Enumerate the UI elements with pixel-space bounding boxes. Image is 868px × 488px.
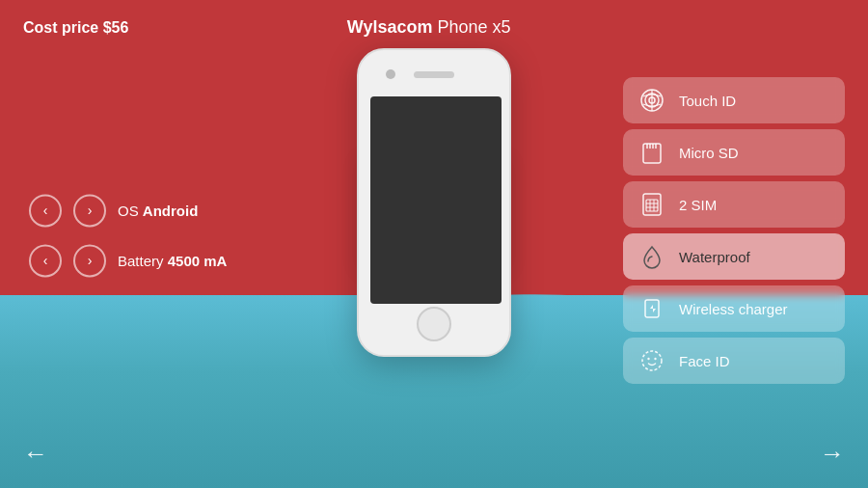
wireless-charger-icon (638, 295, 665, 322)
feature-micro-sd-label: Micro SD (679, 145, 739, 161)
feature-touch-id-label: Touch ID (679, 93, 736, 109)
nav-right-arrow[interactable]: → (820, 439, 845, 469)
phone-speaker (414, 71, 454, 78)
feature-waterproof[interactable]: Waterproof (623, 233, 845, 280)
nav-left-arrow[interactable]: ← (23, 439, 48, 469)
svg-point-16 (642, 351, 662, 370)
os-control-row: ‹ › OS Android (29, 194, 227, 227)
header: Cost price $56 Wylsacom Phone x5 (0, 0, 868, 55)
svg-point-17 (647, 358, 649, 360)
svg-rect-4 (643, 144, 661, 163)
phone-home-button (417, 307, 451, 341)
svg-rect-10 (646, 200, 658, 211)
phone-screen (370, 96, 502, 304)
feature-micro-sd[interactable]: Micro SD (623, 129, 845, 176)
waterproof-icon (638, 243, 665, 270)
phone-body (357, 48, 511, 357)
phone-camera (386, 69, 395, 79)
cost-value: $56 (103, 19, 129, 36)
left-controls: ‹ › OS Android ‹ › Battery 4500 mA (29, 194, 227, 277)
feature-touch-id[interactable]: Touch ID (623, 77, 845, 123)
battery-control-row: ‹ › Battery 4500 mA (29, 244, 227, 277)
phone-illustration (357, 48, 511, 357)
feature-wireless-charger[interactable]: Wireless charger (623, 285, 845, 332)
feature-2-sim[interactable]: 2 SIM (623, 181, 845, 228)
os-label: OS Android (118, 203, 198, 219)
cost-price-label: Cost price $56 (23, 19, 128, 37)
svg-point-18 (654, 358, 656, 360)
phone-title: Wylsacom Phone x5 (128, 17, 729, 38)
features-list: Touch ID Micro SD 2 SIM (623, 77, 845, 384)
feature-2-sim-label: 2 SIM (679, 197, 717, 213)
battery-label: Battery 4500 mA (118, 253, 227, 269)
sd-card-icon (638, 139, 665, 166)
battery-prev-button[interactable]: ‹ (29, 244, 62, 277)
feature-face-id-label: Face ID (679, 353, 730, 369)
os-next-button[interactable]: › (73, 194, 106, 227)
sim-icon (638, 191, 665, 218)
battery-next-button[interactable]: › (73, 244, 106, 277)
feature-waterproof-label: Waterproof (679, 249, 750, 265)
feature-wireless-charger-label: Wireless charger (679, 301, 788, 317)
fingerprint-icon (638, 87, 665, 114)
face-id-icon (638, 347, 665, 374)
feature-face-id[interactable]: Face ID (623, 338, 845, 384)
os-prev-button[interactable]: ‹ (29, 194, 62, 227)
